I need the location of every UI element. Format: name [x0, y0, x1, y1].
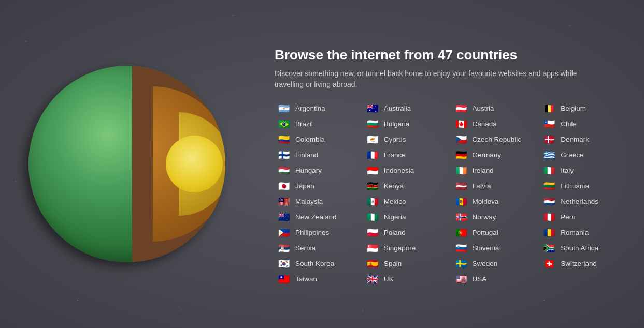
country-item[interactable]: 🇳🇿New Zealand — [275, 210, 363, 225]
country-name: South Africa — [561, 244, 598, 252]
country-name: USA — [473, 275, 487, 283]
country-name: Serbia — [295, 244, 316, 252]
country-flag: 🇨🇴 — [277, 135, 291, 144]
country-name: Romania — [561, 229, 589, 236]
country-name: Sweden — [473, 260, 498, 267]
country-name: France — [384, 151, 406, 159]
country-item[interactable]: 🇬🇷Greece — [540, 148, 628, 162]
country-item[interactable]: 🇮🇩Indonesia — [363, 163, 452, 178]
country-name: Netherlands — [561, 198, 598, 205]
country-flag: 🇵🇹 — [454, 228, 468, 237]
country-name: Denmark — [561, 136, 589, 143]
country-item[interactable]: 🇧🇬Bulgaria — [363, 117, 452, 131]
country-flag: 🇧🇷 — [277, 120, 291, 129]
country-item[interactable]: 🇦🇹Austria — [452, 101, 540, 116]
country-flag: 🇰🇪 — [365, 182, 380, 191]
country-item[interactable]: 🇪🇸Spain — [363, 257, 452, 271]
country-flag: 🇷🇴 — [542, 228, 556, 237]
country-name: Mexico — [384, 198, 406, 205]
country-flag: 🇨🇱 — [542, 120, 556, 129]
country-flag: 🇮🇹 — [542, 166, 556, 175]
country-item[interactable]: 🇦🇺Australia — [363, 101, 452, 116]
country-name: Belgium — [561, 105, 586, 112]
country-flag: 🇳🇿 — [277, 213, 291, 222]
country-item[interactable]: 🇧🇷Brazil — [275, 117, 363, 131]
country-item[interactable]: 🇺🇸USA — [452, 272, 540, 287]
country-item[interactable]: 🇵🇱Poland — [363, 226, 452, 240]
country-item[interactable]: 🇭🇺Hungary — [275, 163, 363, 178]
page-subtitle: Discover something new, or tunnel back h… — [275, 68, 606, 90]
country-name: Singapore — [384, 244, 416, 252]
country-item[interactable]: 🇨🇱Chile — [540, 117, 628, 131]
country-name: Czech Republic — [473, 136, 522, 143]
globe-illustration — [18, 55, 236, 273]
country-name: Moldova — [473, 198, 499, 205]
country-item[interactable]: 🇮🇪Ireland — [452, 163, 540, 178]
country-item[interactable]: 🇵🇭Philippines — [275, 226, 363, 240]
country-item[interactable]: 🇲🇩Moldova — [452, 195, 540, 209]
globe-layer-core — [166, 136, 223, 192]
country-item[interactable]: 🇵🇪Peru — [540, 210, 628, 225]
country-name: Peru — [561, 213, 576, 221]
country-item[interactable]: 🇸🇪Sweden — [452, 257, 540, 271]
country-item[interactable]: 🇮🇹Italy — [540, 163, 628, 178]
country-flag: 🇬🇷 — [542, 151, 556, 160]
country-flag: 🇧🇬 — [365, 120, 380, 129]
country-item[interactable]: 🇹🇼Taiwan — [275, 272, 363, 287]
country-item[interactable]: 🇦🇷Argentina — [275, 101, 363, 116]
country-flag: 🇨🇭 — [542, 259, 556, 269]
country-item[interactable]: 🇿🇦South Africa — [540, 241, 628, 256]
country-item[interactable]: 🇱🇹Lithuania — [540, 179, 628, 193]
country-name: Nigeria — [384, 213, 406, 221]
country-flag: 🇦🇷 — [277, 104, 291, 113]
country-item[interactable]: 🇯🇵Japan — [275, 179, 363, 193]
country-item[interactable]: 🇰🇷South Korea — [275, 257, 363, 271]
country-item[interactable]: 🇷🇴Romania — [540, 226, 628, 240]
country-flag: 🇮🇩 — [365, 166, 380, 175]
country-item[interactable]: 🇬🇧UK — [363, 272, 452, 287]
country-item[interactable]: 🇩🇪Germany — [452, 148, 540, 162]
country-name: Slovenia — [473, 244, 499, 252]
globe-outer-shell — [28, 66, 225, 262]
country-flag: 🇸🇮 — [454, 244, 468, 253]
country-item[interactable]: 🇨🇾Cyprus — [363, 132, 452, 147]
country-item[interactable]: 🇸🇬Singapore — [363, 241, 452, 256]
country-flag: 🇰🇷 — [277, 259, 291, 269]
country-flag: 🇨🇦 — [454, 120, 468, 129]
country-name: Brazil — [295, 120, 313, 128]
country-name: Malaysia — [295, 198, 323, 205]
country-item[interactable]: 🇳🇴Norway — [452, 210, 540, 225]
country-item[interactable]: 🇨🇴Colombia — [275, 132, 363, 147]
country-item[interactable]: 🇰🇪Kenya — [363, 179, 452, 193]
country-name: Taiwan — [295, 275, 317, 283]
country-item[interactable]: 🇩🇰Denmark — [540, 132, 628, 147]
country-item[interactable]: 🇫🇮Finland — [275, 148, 363, 162]
country-name: Philippines — [295, 229, 329, 236]
country-name: Finland — [295, 151, 318, 159]
country-item[interactable]: 🇷🇸Serbia — [275, 241, 363, 256]
country-flag: 🇵🇭 — [277, 228, 291, 237]
country-item[interactable]: 🇨🇿Czech Republic — [452, 132, 540, 147]
country-item[interactable]: 🇧🇪Belgium — [540, 101, 628, 116]
country-flag: 🇹🇼 — [277, 275, 291, 284]
country-name: Germany — [473, 151, 502, 159]
country-item[interactable]: 🇸🇮Slovenia — [452, 241, 540, 256]
country-name: Norway — [473, 213, 496, 221]
country-item[interactable]: 🇨🇦Canada — [452, 117, 540, 131]
globe-section — [0, 0, 254, 328]
country-item[interactable]: 🇫🇷France — [363, 148, 452, 162]
country-name: Hungary — [295, 167, 322, 174]
country-flag: 🇪🇸 — [365, 259, 380, 269]
country-item[interactable]: 🇱🇻Latvia — [452, 179, 540, 193]
country-name: Japan — [295, 182, 314, 190]
country-name: Italy — [561, 167, 574, 174]
country-item[interactable]: 🇳🇱Netherlands — [540, 195, 628, 209]
country-flag: 🇨🇿 — [454, 135, 468, 144]
country-item[interactable]: 🇵🇹Portugal — [452, 226, 540, 240]
country-name: Chile — [561, 120, 577, 128]
country-flag: 🇬🇧 — [365, 275, 380, 284]
country-item[interactable]: 🇨🇭Switzerland — [540, 257, 628, 271]
country-item[interactable]: 🇳🇬Nigeria — [363, 210, 452, 225]
country-item[interactable]: 🇲🇾Malaysia — [275, 195, 363, 209]
country-item[interactable]: 🇲🇽Mexico — [363, 195, 452, 209]
